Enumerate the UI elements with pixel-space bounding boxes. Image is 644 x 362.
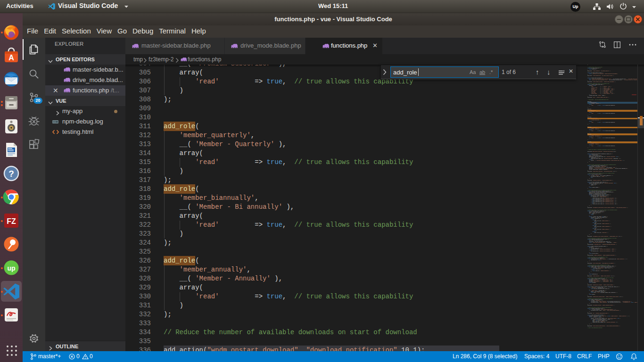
svg-text:FZ: FZ (7, 217, 16, 225)
svg-text:A: A (8, 54, 14, 62)
svg-text:?: ? (8, 169, 14, 179)
svg-text:up: up (7, 264, 15, 272)
